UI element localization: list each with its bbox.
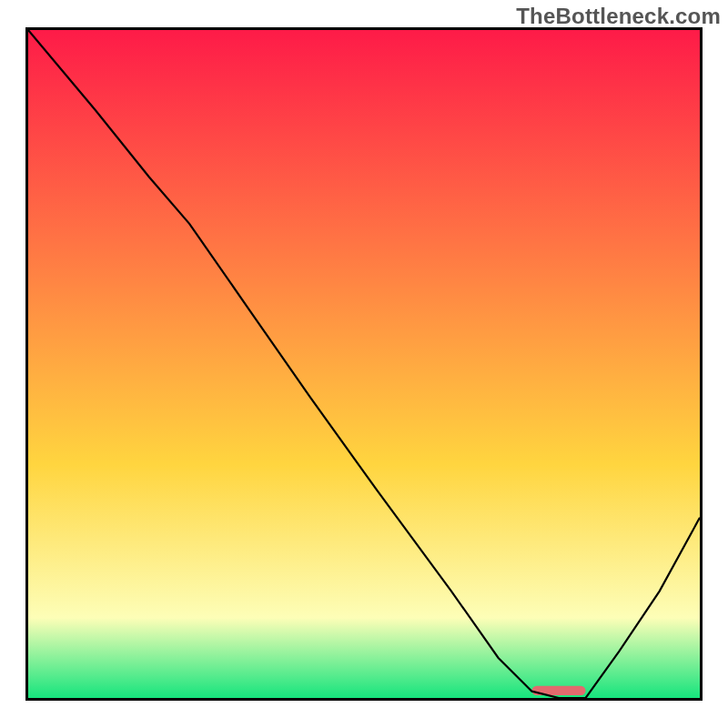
plot-area [25, 27, 703, 701]
watermark-text: TheBottleneck.com [516, 4, 721, 29]
gradient-background [28, 30, 700, 698]
chart-frame: TheBottleneck.com [0, 0, 728, 728]
plot-svg [28, 30, 700, 698]
